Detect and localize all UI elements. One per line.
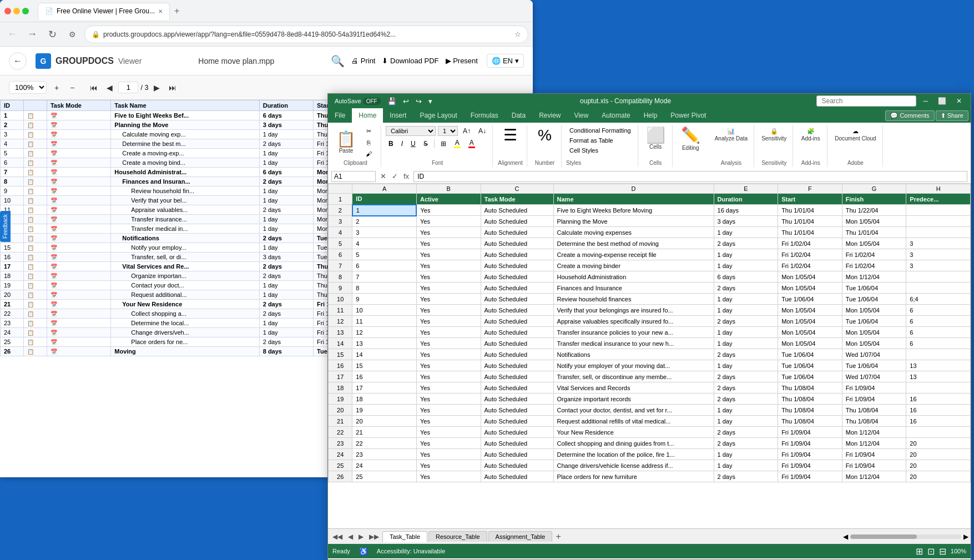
- cell-b3[interactable]: Yes: [416, 216, 481, 227]
- cell-b23[interactable]: Yes: [416, 438, 481, 449]
- col-e-header[interactable]: E: [714, 184, 778, 194]
- cell-b16[interactable]: Yes: [416, 360, 481, 371]
- cell-f1[interactable]: Start: [778, 194, 842, 205]
- qat-dropdown[interactable]: ▾: [426, 96, 435, 107]
- cell-h6[interactable]: 3: [906, 249, 971, 260]
- cell-f20[interactable]: Thu 1/08/04: [778, 405, 842, 416]
- first-page-button[interactable]: ⏮: [87, 81, 101, 94]
- cell-d10[interactable]: Review household finances: [553, 294, 714, 305]
- language-button[interactable]: 🌐 EN ▾: [487, 54, 524, 68]
- cell-d3[interactable]: Planning the Move: [553, 216, 714, 227]
- cell-f5[interactable]: Fri 1/02/04: [778, 238, 842, 249]
- zoom-select[interactable]: 100% 75% 125%: [9, 81, 47, 94]
- cell-a25[interactable]: 24: [352, 460, 417, 471]
- cell-f19[interactable]: Thu 1/08/04: [778, 393, 842, 405]
- cell-f13[interactable]: Mon 1/05/04: [778, 327, 842, 338]
- cell-b12[interactable]: Yes: [416, 316, 481, 327]
- view-tab[interactable]: View: [568, 108, 595, 123]
- cell-e21[interactable]: 1 day: [714, 416, 778, 427]
- home-tab[interactable]: Home: [352, 108, 383, 123]
- undo-button[interactable]: ↩: [401, 96, 411, 107]
- cell-c5[interactable]: Auto Scheduled: [481, 238, 553, 249]
- cell-d1[interactable]: Name: [553, 194, 714, 205]
- cell-c11[interactable]: Auto Scheduled: [481, 305, 553, 316]
- excel-search-input[interactable]: [816, 95, 916, 107]
- cell-e25[interactable]: 1 day: [714, 460, 778, 471]
- cell-h19[interactable]: 16: [906, 393, 971, 405]
- italic-button[interactable]: I: [398, 139, 406, 149]
- cell-b20[interactable]: Yes: [416, 405, 481, 416]
- cell-f11[interactable]: Mon 1/05/04: [778, 305, 842, 316]
- cell-c21[interactable]: Auto Scheduled: [481, 416, 553, 427]
- cell-f3[interactable]: Thu 1/01/04: [778, 216, 842, 227]
- cell-b26[interactable]: Yes: [416, 471, 481, 482]
- cell-a13[interactable]: 12: [352, 327, 417, 338]
- cell-e16[interactable]: 1 day: [714, 360, 778, 371]
- cell-f6[interactable]: Fri 1/02/04: [778, 249, 842, 260]
- address-bar[interactable]: 🔒 products.groupdocs.app/viewer/app/?lan…: [84, 26, 528, 43]
- page-layout-tab[interactable]: Page Layout: [413, 108, 463, 123]
- cell-a21[interactable]: 20: [352, 416, 417, 427]
- search-button[interactable]: 🔍: [331, 54, 345, 68]
- cell-h26[interactable]: 20: [906, 471, 971, 482]
- cell-b7[interactable]: Yes: [416, 260, 481, 271]
- cell-f16[interactable]: Tue 1/06/04: [778, 360, 842, 371]
- browser-minimize-button[interactable]: [13, 8, 20, 14]
- cell-b2[interactable]: Yes: [416, 205, 481, 216]
- excel-minimize-button[interactable]: ─: [919, 95, 932, 107]
- cell-a18[interactable]: 17: [352, 382, 417, 393]
- cell-d16[interactable]: Notify your employer of your moving dat.…: [553, 360, 714, 371]
- present-button[interactable]: ▶ Present: [446, 57, 478, 65]
- add-sheet-button[interactable]: +: [553, 532, 563, 542]
- excel-restore-button[interactable]: ⬜: [933, 95, 951, 107]
- cell-c24[interactable]: Auto Scheduled: [481, 449, 553, 460]
- cell-e26[interactable]: 2 days: [714, 471, 778, 482]
- file-tab[interactable]: File: [328, 108, 352, 123]
- cell-f26[interactable]: Fri 1/09/04: [778, 471, 842, 482]
- format-table-button[interactable]: Format as Table: [566, 136, 634, 145]
- cell-h21[interactable]: 16: [906, 416, 971, 427]
- cell-a1[interactable]: ID: [352, 194, 417, 205]
- cell-e14[interactable]: 1 day: [714, 338, 778, 349]
- cell-g6[interactable]: Fri 1/02/04: [842, 249, 906, 260]
- cell-g14[interactable]: Mon 1/05/04: [842, 338, 906, 349]
- cell-f2[interactable]: Thu 1/01/04: [778, 205, 842, 216]
- cell-b21[interactable]: Yes: [416, 416, 481, 427]
- cell-d22[interactable]: Your New Residence: [553, 427, 714, 438]
- share-button[interactable]: ⬆ Share: [936, 110, 968, 121]
- cell-h3[interactable]: [906, 216, 971, 227]
- bold-button[interactable]: B: [386, 139, 396, 149]
- cell-a15[interactable]: 14: [352, 349, 417, 360]
- cell-a9[interactable]: 8: [352, 282, 417, 294]
- cell-e23[interactable]: 2 days: [714, 438, 778, 449]
- increase-font-button[interactable]: A↑: [460, 126, 473, 136]
- browser-maximize-button[interactable]: [22, 8, 29, 14]
- cell-a8[interactable]: 7: [352, 271, 417, 282]
- spreadsheet-area[interactable]: A B C D E F G H 1 ID Active Task Mode Na…: [328, 184, 971, 528]
- cell-h13[interactable]: 6: [906, 327, 971, 338]
- cell-b10[interactable]: Yes: [416, 294, 481, 305]
- prev-page-button[interactable]: ◀: [103, 81, 116, 94]
- normal-view-button[interactable]: ⊞: [916, 546, 923, 557]
- cell-d2[interactable]: Five to Eight Weeks Before Moving: [553, 205, 714, 216]
- forward-button[interactable]: →: [24, 27, 40, 42]
- cell-d23[interactable]: Collect shopping and dining guides from …: [553, 438, 714, 449]
- sheet-nav-last[interactable]: ▶▶: [367, 532, 381, 542]
- data-tab[interactable]: Data: [505, 108, 532, 123]
- cell-e11[interactable]: 1 day: [714, 305, 778, 316]
- cell-a5[interactable]: 4: [352, 238, 417, 249]
- cell-g2[interactable]: Thu 1/22/04: [842, 205, 906, 216]
- cell-b5[interactable]: Yes: [416, 238, 481, 249]
- cell-c3[interactable]: Auto Scheduled: [481, 216, 553, 227]
- last-page-button[interactable]: ⏭: [165, 81, 180, 94]
- cell-g3[interactable]: Mon 1/05/04: [842, 216, 906, 227]
- fill-color-button[interactable]: A: [451, 138, 463, 149]
- automate-tab[interactable]: Automate: [595, 108, 637, 123]
- cell-h7[interactable]: 3: [906, 260, 971, 271]
- cell-g23[interactable]: Mon 1/12/04: [842, 438, 906, 449]
- cell-h25[interactable]: 20: [906, 460, 971, 471]
- cell-a7[interactable]: 6: [352, 260, 417, 271]
- cell-a23[interactable]: 22: [352, 438, 417, 449]
- col-d-header[interactable]: D: [553, 184, 714, 194]
- cell-f9[interactable]: Mon 1/05/04: [778, 282, 842, 294]
